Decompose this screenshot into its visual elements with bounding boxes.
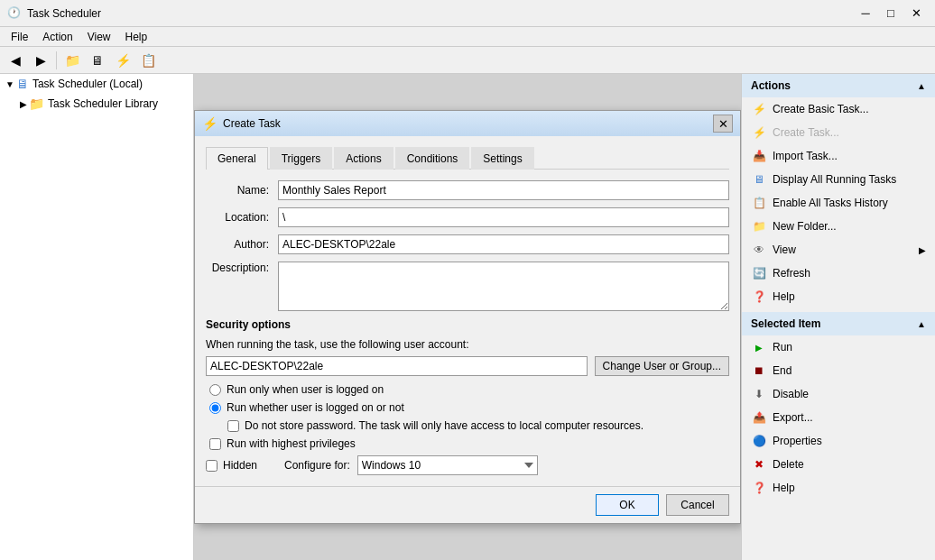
- change-user-button[interactable]: Change User or Group...: [595, 356, 729, 376]
- toolbar-back[interactable]: ◀: [4, 50, 27, 71]
- action-refresh[interactable]: 🔄 Refresh: [742, 262, 935, 285]
- location-label: Location:: [206, 211, 278, 224]
- view-arrow-icon: ▶: [919, 245, 926, 255]
- radio-logged-on-row: Run only when user is logged on: [209, 383, 729, 396]
- right-panel: Actions ▲ ⚡ Create Basic Task... ⚡ Creat…: [741, 74, 935, 560]
- action-view[interactable]: 👁 View ▶: [742, 238, 935, 262]
- action-new-folder[interactable]: 📁 New Folder...: [742, 215, 935, 238]
- selected-help-label: Help: [773, 482, 795, 494]
- tree-icon-library: 📁: [29, 96, 44, 111]
- action-help-actions-label: Help: [773, 290, 795, 303]
- tab-triggers[interactable]: Triggers: [270, 147, 333, 170]
- configure-select[interactable]: Windows 10 Windows 8 Windows 7 Windows V…: [357, 455, 538, 475]
- selected-section-header: Selected Item ▲: [742, 312, 935, 335]
- action-display-label: Display All Running Tasks: [773, 173, 896, 186]
- tree-arrow: ▼: [5, 79, 14, 89]
- action-create-task[interactable]: ⚡ Create Task...: [742, 121, 935, 144]
- modal-content: General Triggers Actions Conditions Sett…: [195, 136, 740, 486]
- tree-icon-root: 🖥: [16, 77, 29, 91]
- action-help-actions[interactable]: ❓ Help: [742, 285, 935, 308]
- tree-label-library: Task Scheduler Library: [48, 97, 158, 110]
- menu-view[interactable]: View: [80, 29, 118, 45]
- newfolder-icon: 📁: [751, 218, 767, 234]
- help-actions-icon: ❓: [751, 289, 767, 305]
- tab-general[interactable]: General: [206, 147, 268, 170]
- user-account-row: Change User or Group...: [206, 356, 729, 376]
- tree-arrow-library: ▶: [20, 99, 27, 109]
- create-task-icon: ⚡: [751, 124, 767, 141]
- app-title: Task Scheduler: [27, 7, 854, 20]
- name-input[interactable]: [278, 180, 729, 200]
- action-import[interactable]: 📥 Import Task...: [742, 144, 935, 168]
- description-textarea[interactable]: [278, 262, 729, 311]
- hidden-label: Hidden: [223, 459, 257, 472]
- modal-overlay: ⚡ Create Task ✕ General Triggers Actions…: [194, 74, 741, 560]
- window-controls: ─ □ ✕: [854, 4, 928, 23]
- description-row: Description:: [206, 262, 729, 311]
- action-create-basic[interactable]: ⚡ Create Basic Task...: [742, 97, 935, 121]
- location-input[interactable]: [278, 207, 729, 227]
- selected-delete[interactable]: ✖ Delete: [742, 453, 935, 476]
- cancel-button[interactable]: Cancel: [666, 494, 729, 516]
- actions-collapse-icon[interactable]: ▲: [917, 81, 926, 91]
- action-import-label: Import Task...: [773, 150, 838, 162]
- toolbar-list[interactable]: 📋: [136, 50, 160, 71]
- selected-help[interactable]: ❓ Help: [742, 476, 935, 500]
- modal-footer: OK Cancel: [195, 486, 740, 523]
- action-display-running[interactable]: 🖥 Display All Running Tasks: [742, 168, 935, 191]
- app-icon: 🕐: [7, 6, 22, 21]
- menu-file[interactable]: File: [4, 29, 35, 45]
- selected-export[interactable]: 📤 Export...: [742, 406, 935, 429]
- toolbar-folder[interactable]: 📁: [60, 50, 84, 71]
- checkbox-highest[interactable]: [209, 438, 221, 450]
- checkbox-password[interactable]: [227, 420, 239, 432]
- menu-help[interactable]: Help: [118, 29, 155, 45]
- selected-end-label: End: [773, 364, 792, 377]
- toolbar: ◀ ▶ 📁 🖥 ⚡ 📋: [0, 47, 935, 74]
- selected-disable[interactable]: ⬇ Disable: [742, 382, 935, 406]
- tree-item-library[interactable]: ▶ 📁 Task Scheduler Library: [0, 94, 193, 114]
- tab-settings[interactable]: Settings: [471, 147, 533, 170]
- selected-run[interactable]: ▶ Run: [742, 335, 935, 359]
- radio-logged-on[interactable]: [209, 384, 221, 396]
- selected-run-label: Run: [773, 341, 792, 353]
- actions-header-label: Actions: [751, 79, 791, 92]
- security-section-title: Security options: [206, 318, 729, 331]
- tab-actions[interactable]: Actions: [334, 147, 393, 170]
- action-enable-label: Enable All Tasks History: [773, 197, 888, 209]
- configure-label: Configure for:: [284, 459, 350, 472]
- tree-label-root: Task Scheduler (Local): [32, 78, 143, 90]
- tree-item-root[interactable]: ▼ 🖥 Task Scheduler (Local): [0, 74, 193, 94]
- selected-export-label: Export...: [773, 411, 813, 424]
- create-basic-icon: ⚡: [751, 101, 767, 117]
- toolbar-forward[interactable]: ▶: [29, 50, 52, 71]
- menu-action[interactable]: Action: [35, 29, 79, 45]
- author-input[interactable]: [278, 234, 729, 254]
- actions-section-header: Actions ▲: [742, 74, 935, 97]
- maximize-button[interactable]: □: [879, 4, 903, 23]
- minimize-button[interactable]: ─: [854, 4, 877, 23]
- checkbox-hidden[interactable]: [206, 460, 218, 472]
- view-icon: 👁: [751, 242, 767, 258]
- modal-close-button[interactable]: ✕: [713, 115, 733, 133]
- close-button[interactable]: ✕: [904, 4, 928, 23]
- radio-whether[interactable]: [209, 402, 221, 414]
- run-icon: ▶: [751, 339, 767, 355]
- name-label: Name:: [206, 184, 278, 197]
- selected-end[interactable]: ⏹ End: [742, 359, 935, 382]
- selected-delete-label: Delete: [773, 458, 804, 471]
- action-refresh-label: Refresh: [773, 267, 810, 280]
- ok-button[interactable]: OK: [596, 494, 659, 516]
- toolbar-computer[interactable]: 🖥: [86, 50, 109, 71]
- action-enable-history[interactable]: 📋 Enable All Tasks History: [742, 191, 935, 215]
- toolbar-task[interactable]: ⚡: [111, 50, 134, 71]
- name-row: Name:: [206, 180, 729, 200]
- user-account-input[interactable]: [206, 356, 588, 376]
- selected-properties[interactable]: 🔵 Properties: [742, 429, 935, 453]
- checkbox-password-label: Do not store password. The task will onl…: [245, 419, 643, 432]
- left-panel: ▼ 🖥 Task Scheduler (Local) ▶ 📁 Task Sche…: [0, 74, 194, 560]
- tab-conditions[interactable]: Conditions: [395, 147, 470, 170]
- tab-bar: General Triggers Actions Conditions Sett…: [206, 147, 729, 170]
- modal-title-icon: ⚡: [202, 116, 218, 131]
- selected-collapse-icon[interactable]: ▲: [917, 319, 926, 329]
